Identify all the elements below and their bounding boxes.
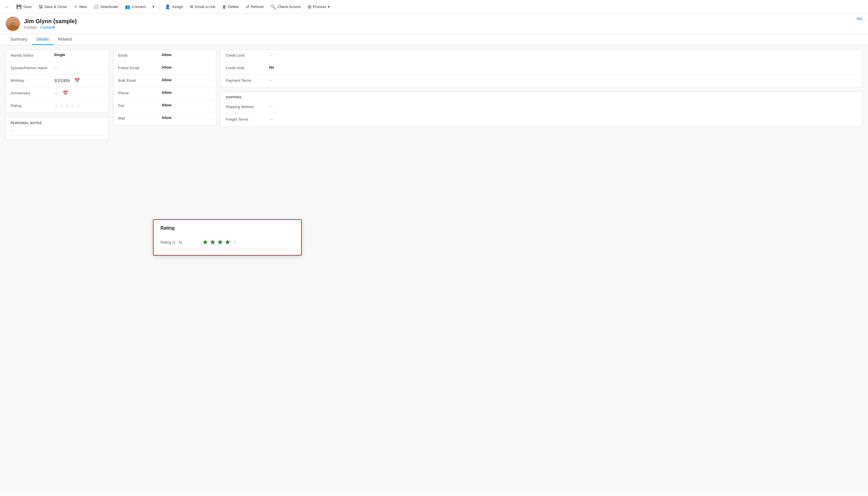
rating-stars[interactable]: ☆ ☆ ☆ ☆ ☆ <box>54 103 80 109</box>
popup-star-5[interactable]: ☆ <box>232 238 238 246</box>
check-access-icon: 🔍 <box>271 4 276 10</box>
freight-terms-row: Freight Terms --- <box>221 114 862 126</box>
rating-popup-stars[interactable]: ★ ★ ★ ★ ☆ <box>202 238 238 246</box>
assign-button[interactable]: 👤 Assign <box>162 3 186 11</box>
shipping-title: SHIPPING <box>221 92 862 101</box>
star-1[interactable]: ☆ <box>54 103 59 109</box>
star-4[interactable]: ☆ <box>70 103 75 109</box>
connect-dropdown-button[interactable]: ▾ <box>150 3 157 11</box>
save-close-icon: 🖫 <box>39 4 43 9</box>
email-pref-label: Email <box>118 52 158 58</box>
tab-summary[interactable]: Summary <box>6 34 32 45</box>
phone-pref-value: Allow <box>162 90 211 95</box>
main-content: Marital Status Single Spouse/Partner Nam… <box>0 45 868 495</box>
marital-status-row: Marital Status Single <box>6 50 108 62</box>
phone-pref-label: Phone <box>118 90 158 95</box>
credit-hold-value: No <box>269 65 857 69</box>
shipping-method-value: --- <box>269 104 857 108</box>
credit-hold-label: Credit Hold <box>226 65 266 70</box>
payment-terms-row: Payment Terms --- <box>221 75 862 88</box>
save-button[interactable]: 💾 Save <box>13 3 35 11</box>
personal-notes-content[interactable]: --- <box>11 127 104 136</box>
delete-icon: 🗑 <box>222 4 227 9</box>
col-left: Marital Status Single Spouse/Partner Nam… <box>6 49 109 491</box>
new-button[interactable]: ＋ New <box>71 2 90 11</box>
svg-point-1 <box>8 25 18 31</box>
birthday-label: Birthday <box>11 78 51 83</box>
spouse-name-label: Spouse/Partner Name <box>11 65 51 70</box>
avatar-face <box>6 17 20 31</box>
new-icon: ＋ <box>74 4 78 10</box>
breadcrumb-dropdown-button[interactable]: Contact ▾ <box>40 25 55 29</box>
email-pref-value: Allow <box>162 52 211 57</box>
rating-label: Rating <box>11 103 51 108</box>
save-icon: 💾 <box>16 4 22 10</box>
mail-pref-label: Mail <box>118 115 158 120</box>
deactivate-icon: ⬜ <box>93 4 99 10</box>
billing-card: Credit Limit --- Credit Hold No Payment … <box>221 49 862 88</box>
tab-details[interactable]: Details <box>32 34 54 45</box>
credit-limit-value: --- <box>269 52 857 57</box>
subtitle-separator: · <box>38 25 39 29</box>
personal-info-card: Marital Status Single Spouse/Partner Nam… <box>6 49 109 113</box>
check-access-button[interactable]: 🔍 Check Access <box>268 3 304 11</box>
connect-icon: 👥 <box>125 4 131 10</box>
follow-email-row: Follow Email Allow <box>113 62 216 75</box>
popup-star-3[interactable]: ★ <box>217 238 223 246</box>
freight-terms-label: Freight Terms <box>226 117 266 122</box>
email-pref-row: Email Allow <box>113 50 216 62</box>
shipping-method-row: Shipping Method --- <box>221 101 862 114</box>
star-3[interactable]: ☆ <box>65 103 70 109</box>
col-right: Credit Limit --- Credit Hold No Payment … <box>221 49 862 491</box>
bulk-email-row: Bulk Email Allow <box>113 75 216 88</box>
popup-star-2[interactable]: ★ <box>210 238 216 246</box>
email-link-button[interactable]: ✉ Email a Link <box>187 3 218 11</box>
birthday-value-container: 3/2/1959 📅 <box>54 78 104 83</box>
popup-star-1[interactable]: ★ <box>202 238 209 246</box>
connect-button[interactable]: 👥 Connect <box>122 3 149 11</box>
payment-terms-value: --- <box>269 78 857 82</box>
credit-limit-label: Credit Limit <box>226 52 266 58</box>
shipping-card: SHIPPING Shipping Method --- Freight Ter… <box>221 92 862 127</box>
anniversary-label: Anniversary <box>11 90 51 95</box>
fax-pref-value: Allow <box>162 103 211 107</box>
anniversary-calendar-icon[interactable]: 📅 <box>63 90 68 96</box>
popup-star-4[interactable]: ★ <box>225 238 231 246</box>
bulk-email-value: Allow <box>162 78 211 82</box>
mail-pref-value: Allow <box>162 115 211 120</box>
fax-pref-label: Fax <box>118 103 158 108</box>
connect-dropdown-icon: ▾ <box>152 4 154 9</box>
record-name: Jim Glynn (sample) <box>24 18 77 25</box>
anniversary-value: --- <box>54 91 58 95</box>
star-2[interactable]: ☆ <box>60 103 64 109</box>
mail-pref-row: Mail Allow <box>113 113 216 125</box>
back-icon: ← <box>5 4 10 9</box>
follow-email-label: Follow Email <box>118 65 158 70</box>
fax-pref-row: Fax Allow <box>113 100 216 113</box>
refresh-icon: ↺ <box>246 4 249 10</box>
tab-related[interactable]: Related <box>54 34 76 45</box>
save-close-button[interactable]: 🖫 Save & Close <box>36 3 70 11</box>
top-right-user: Ma... <box>857 17 865 21</box>
follow-email-value: Allow <box>162 65 211 69</box>
credit-limit-row: Credit Limit --- <box>221 50 862 62</box>
birthday-calendar-icon[interactable]: 📅 <box>74 78 80 83</box>
process-button[interactable]: ⊞ Process ▾ <box>305 3 333 11</box>
rating-popup-row: Rating (1 - 5) ★ ★ ★ ★ ☆ <box>161 235 294 249</box>
rating-row: Rating ☆ ☆ ☆ ☆ ☆ <box>6 100 108 113</box>
personal-notes-title: PERSONAL NOTES <box>11 121 104 125</box>
refresh-button[interactable]: ↺ Refresh <box>243 3 267 11</box>
assign-icon: 👤 <box>165 4 170 10</box>
rating-popup-title: Rating <box>161 226 294 231</box>
deactivate-button[interactable]: ⬜ Deactivate <box>91 3 121 11</box>
record-info: Jim Glynn (sample) Contact · Contact ▾ <box>24 18 77 29</box>
rating-popup: Rating Rating (1 - 5) ★ ★ ★ ★ ☆ <box>153 219 302 255</box>
rating-popup-label: Rating (1 - 5) <box>161 240 198 245</box>
star-5[interactable]: ☆ <box>76 103 80 109</box>
delete-button[interactable]: 🗑 Delete <box>219 3 242 11</box>
birthday-value: 3/2/1959 <box>54 78 70 83</box>
process-icon: ⊞ <box>308 4 311 10</box>
back-button[interactable]: ← <box>2 3 12 11</box>
spouse-name-row: Spouse/Partner Name --- <box>6 62 108 75</box>
col-middle: Email Allow Follow Email Allow Bulk Emai… <box>113 49 216 491</box>
